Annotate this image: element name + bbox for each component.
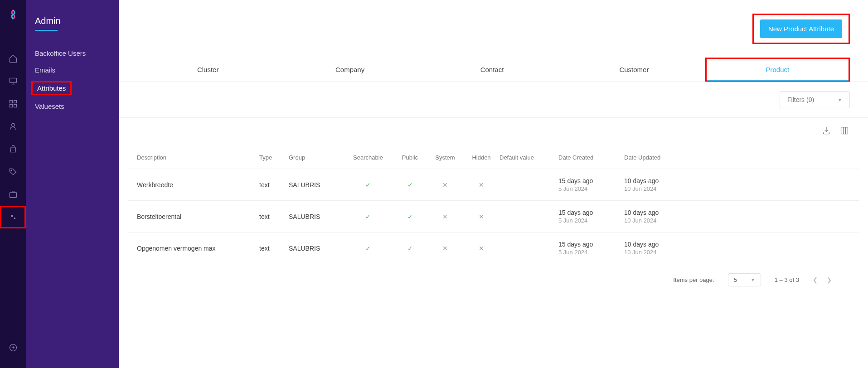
table-action-icons (119, 118, 868, 141)
cell-description: Opgenomen vermogen max (137, 245, 259, 252)
cell-group: SALUBRIS (289, 245, 343, 252)
svg-rect-5 (10, 105, 12, 107)
check-icon: ✓ (393, 245, 427, 252)
check-icon: ✓ (393, 181, 427, 189)
tab-cluster[interactable]: Cluster (137, 58, 279, 82)
col-created: Date Created (558, 154, 624, 161)
cross-icon: ✕ (463, 245, 499, 252)
bag-icon[interactable] (0, 138, 26, 160)
table-row[interactable]: Werkbreedte text SALUBRIS ✓ ✓ ✕ ✕ 15 day… (128, 169, 859, 200)
tag-icon[interactable] (0, 160, 26, 183)
tab-customer[interactable]: Customer (563, 58, 705, 82)
briefcase-icon[interactable] (0, 183, 26, 206)
cell-updated: 10 days ago 10 Jun 2024 (624, 209, 690, 224)
page-nav: ❮ ❯ (813, 276, 832, 283)
table-row[interactable]: Borsteltoerental text SALUBRIS ✓ ✓ ✕ ✕ 1… (128, 200, 859, 232)
svg-rect-0 (10, 78, 16, 82)
download-icon[interactable] (822, 126, 831, 137)
grid-icon[interactable] (0, 92, 26, 115)
page-size-dropdown[interactable]: 5 ▼ (728, 273, 761, 286)
sidebar-item-attributes[interactable]: Attributes (31, 81, 72, 95)
sidebar: Admin Backoffice Users Emails Attributes… (26, 0, 119, 368)
columns-icon[interactable] (840, 126, 849, 137)
svg-rect-6 (14, 105, 16, 107)
app-logo (8, 9, 19, 20)
cell-group: SALUBRIS (289, 213, 343, 220)
tab-contact[interactable]: Contact (421, 58, 563, 82)
svg-rect-4 (14, 101, 16, 103)
pagination: Items per page: 5 ▼ 1 – 3 of 3 ❮ ❯ (137, 264, 850, 295)
chevron-down-icon: ▼ (838, 97, 842, 102)
sidebar-item-backoffice-users[interactable]: Backoffice Users (26, 45, 119, 62)
attributes-table: Description Type Group Searchable Public… (128, 146, 859, 295)
sidebar-underline (35, 30, 58, 31)
cell-created: 15 days ago 5 Jun 2024 (558, 177, 624, 192)
tab-product[interactable]: Product (705, 58, 850, 82)
svg-rect-15 (841, 127, 848, 134)
cell-updated: 10 days ago 10 Jun 2024 (624, 241, 690, 256)
sidebar-item-emails[interactable]: Emails (26, 62, 119, 78)
chevron-down-icon: ▼ (751, 277, 755, 282)
svg-rect-3 (10, 101, 12, 103)
svg-rect-9 (10, 193, 16, 198)
tab-bar: Cluster Company Contact Customer Product (119, 58, 868, 82)
top-action-bar: New Product Attribute (119, 0, 868, 53)
cross-icon: ✕ (427, 181, 463, 189)
cross-icon: ✕ (463, 181, 499, 189)
prev-page-button[interactable]: ❮ (813, 276, 818, 283)
col-system: System (427, 154, 463, 161)
add-icon[interactable] (0, 336, 26, 359)
cell-type: text (259, 213, 289, 220)
cell-description: Werkbreedte (137, 181, 259, 189)
check-icon: ✓ (343, 245, 393, 252)
table-row[interactable]: Opgenomen vermogen max text SALUBRIS ✓ ✓… (128, 232, 859, 264)
check-icon: ✓ (343, 213, 393, 220)
cross-icon: ✕ (463, 213, 499, 220)
col-description: Description (137, 154, 259, 161)
cell-created: 15 days ago 5 Jun 2024 (558, 209, 624, 224)
monitor-icon[interactable] (0, 70, 26, 92)
svg-point-7 (11, 123, 15, 126)
col-type: Type (259, 154, 289, 161)
col-searchable: Searchable (343, 154, 393, 161)
main-content: New Product Attribute Cluster Company Co… (119, 0, 868, 368)
filters-label: Filters (0) (787, 96, 814, 103)
sidebar-item-valuesets[interactable]: Valuesets (26, 98, 119, 115)
new-button-highlight: New Product Attribute (752, 14, 850, 44)
home-icon[interactable] (0, 47, 26, 70)
tab-company[interactable]: Company (279, 58, 421, 82)
check-icon: ✓ (393, 213, 427, 220)
table-header: Description Type Group Searchable Public… (128, 146, 859, 169)
cross-icon: ✕ (427, 213, 463, 220)
sidebar-title: Admin (26, 16, 119, 30)
next-page-button[interactable]: ❯ (827, 276, 832, 283)
col-group: Group (289, 154, 343, 161)
col-default: Default value (499, 154, 558, 161)
cell-type: text (259, 245, 289, 252)
col-hidden: Hidden (463, 154, 499, 161)
new-product-attribute-button[interactable]: New Product Attribute (760, 19, 842, 38)
filters-dropdown[interactable]: Filters (0) ▼ (780, 91, 850, 108)
page-range: 1 – 3 of 3 (775, 276, 799, 283)
cell-updated: 10 days ago 10 Jun 2024 (624, 177, 690, 192)
items-per-page-label: Items per page: (673, 276, 714, 283)
svg-point-10 (11, 215, 13, 217)
icon-rail (0, 0, 26, 368)
col-updated: Date Updated (624, 154, 690, 161)
cross-icon: ✕ (427, 245, 463, 252)
cell-type: text (259, 181, 289, 189)
user-icon[interactable] (0, 115, 26, 138)
col-public: Public (393, 154, 427, 161)
cell-group: SALUBRIS (289, 181, 343, 189)
svg-point-11 (14, 218, 15, 219)
svg-point-8 (11, 170, 12, 171)
filters-row: Filters (0) ▼ (119, 82, 868, 118)
cell-created: 15 days ago 5 Jun 2024 (558, 241, 624, 256)
settings-icon[interactable] (0, 206, 26, 228)
cell-description: Borsteltoerental (137, 213, 259, 220)
check-icon: ✓ (343, 181, 393, 189)
